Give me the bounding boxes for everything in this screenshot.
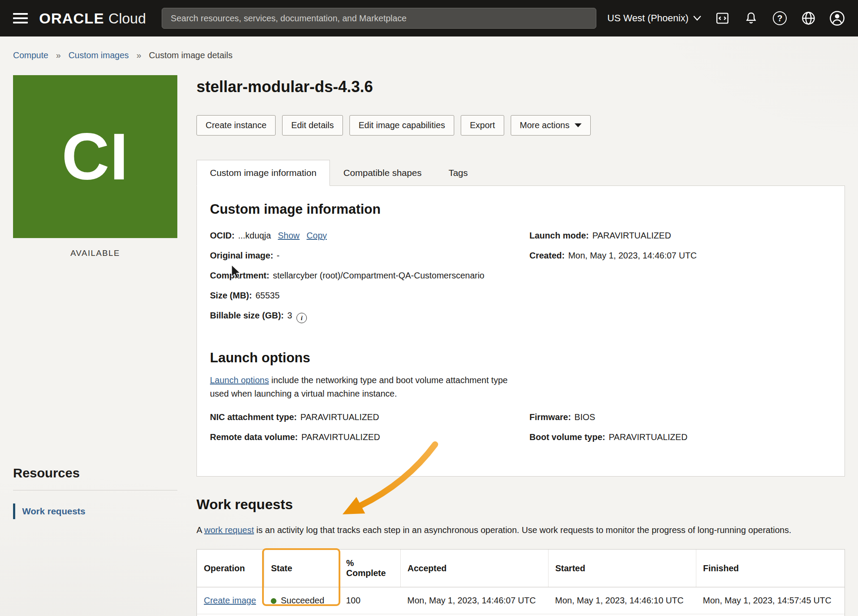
field-ocid: OCID:...kduqjaShowCopy	[210, 230, 512, 241]
nic-value: PARAVIRTUALIZED	[300, 412, 379, 422]
help-icon[interactable]: ?	[772, 10, 788, 26]
hamburger-menu-icon[interactable]	[13, 11, 30, 26]
chevron-down-icon	[693, 15, 702, 21]
status-badge: AVAILABLE	[13, 248, 177, 258]
oracle-cloud-logo[interactable]: ORACLE Cloud	[39, 10, 146, 27]
more-actions-button[interactable]: More actions	[511, 115, 591, 136]
work-requests-heading: Work requests	[196, 497, 845, 513]
field-boot-volume-type: Boot volume type:PARAVIRTUALIZED	[529, 432, 831, 442]
firmware-label: Firmware:	[529, 412, 571, 422]
compartment-value: stellarcyber (root)/Compartment-QA-Custo…	[273, 271, 485, 280]
edit-image-capabilities-button[interactable]: Edit image capabilities	[349, 115, 454, 136]
launch-mode-label: Launch mode:	[529, 231, 589, 240]
edit-details-button[interactable]: Edit details	[282, 115, 343, 136]
region-selector[interactable]: US West (Phoenix)	[607, 13, 702, 24]
column-header-started[interactable]: Started	[548, 550, 696, 587]
finished-cell: Mon, May 1, 2023, 14:57:45 UTC	[696, 587, 845, 614]
column-header-state[interactable]: State	[264, 550, 339, 587]
export-button[interactable]: Export	[461, 115, 504, 136]
remote-data-volume-value: PARAVIRTUALIZED	[301, 432, 380, 442]
table-footer: Showing 1 item 1 of 1	[197, 614, 845, 616]
breadcrumb-custom-images[interactable]: Custom images	[68, 50, 129, 60]
ocid-show-link[interactable]: Show	[278, 231, 299, 240]
billable-size-value: 3	[287, 311, 292, 320]
more-actions-label: More actions	[520, 120, 570, 130]
left-column: CI AVAILABLE Resources Work requests	[13, 75, 177, 519]
launch-options-link[interactable]: Launch options	[210, 375, 269, 385]
resources-heading: Resources	[13, 466, 177, 490]
column-header-complete[interactable]: % Complete	[339, 550, 400, 587]
field-original-image: Original image:-	[210, 250, 512, 261]
content-area: CI AVAILABLE Resources Work requests ste…	[0, 75, 858, 616]
tab-compatible-shapes[interactable]: Compatible shapes	[330, 160, 435, 186]
table-header-row: Operation State % Complete Accepted Star…	[197, 550, 845, 587]
launch-options-description: Launch options include the networking ty…	[210, 374, 520, 401]
started-cell: Mon, May 1, 2023, 14:46:10 UTC	[548, 587, 696, 614]
launch-options-fields: NIC attachment type:PARAVIRTUALIZED Remo…	[210, 412, 831, 452]
ocid-value: ...kduqja	[238, 231, 271, 240]
resources-panel: Resources Work requests	[13, 466, 177, 519]
chevron-down-icon	[575, 123, 582, 127]
tab-custom-image-information[interactable]: Custom image information	[196, 160, 330, 186]
brand-oracle-text: ORACLE	[39, 10, 104, 27]
field-created: Created:Mon, May 1, 2023, 14:46:07 UTC	[529, 250, 831, 261]
boot-volume-type-value: PARAVIRTUALIZED	[609, 432, 687, 442]
info-icon[interactable]: i	[296, 313, 307, 323]
sidebar-item-work-requests[interactable]: Work requests	[13, 503, 177, 519]
created-value: Mon, May 1, 2023, 14:46:07 UTC	[568, 251, 697, 260]
page-root: ORACLE Cloud US West (Phoenix)	[0, 0, 858, 616]
notifications-bell-icon[interactable]	[743, 10, 759, 26]
ocid-label: OCID:	[210, 231, 235, 240]
success-dot-icon	[271, 598, 276, 604]
field-compartment: Compartment:stellarcyber (root)/Compartm…	[210, 270, 512, 281]
tab-tags[interactable]: Tags	[435, 160, 481, 186]
field-firmware: Firmware:BIOS	[529, 412, 831, 422]
size-value: 65535	[256, 291, 280, 300]
custom-image-thumbnail: CI	[13, 75, 177, 238]
breadcrumb-compute[interactable]: Compute	[13, 50, 48, 60]
original-image-value: -	[277, 251, 280, 260]
breadcrumb-current: Custom image details	[149, 50, 233, 60]
boot-volume-type-label: Boot volume type:	[529, 432, 605, 442]
size-label: Size (MB):	[210, 291, 252, 300]
tab-bar: Custom image information Compatible shap…	[196, 160, 845, 186]
work-requests-table: Operation State % Complete Accepted Star…	[196, 549, 845, 616]
info-section-heading: Custom image information	[210, 202, 831, 217]
search-input[interactable]	[162, 8, 596, 29]
state-value: Succeeded	[281, 596, 324, 605]
topbar-actions: US West (Phoenix) ?	[607, 10, 845, 26]
main-column: stellar-modular-ds-4.3.6 Create instance…	[196, 75, 845, 616]
breadcrumb-separator: »	[56, 50, 61, 60]
firmware-value: BIOS	[575, 412, 595, 422]
field-size: Size (MB):65535	[210, 290, 512, 301]
complete-cell: 100	[339, 587, 400, 614]
field-billable-size: Billable size (GB):3i	[210, 310, 512, 323]
info-fields: OCID:...kduqjaShowCopy Original image:- …	[210, 230, 831, 333]
page-title: stellar-modular-ds-4.3.6	[196, 78, 845, 96]
ocid-copy-link[interactable]: Copy	[306, 231, 327, 240]
column-header-operation[interactable]: Operation	[197, 550, 264, 587]
accepted-cell: Mon, May 1, 2023, 14:46:07 UTC	[400, 587, 548, 614]
user-avatar-icon[interactable]	[829, 10, 845, 26]
create-instance-button[interactable]: Create instance	[196, 115, 276, 136]
work-request-link[interactable]: work request	[204, 525, 254, 535]
field-nic-attachment-type: NIC attachment type:PARAVIRTUALIZED	[210, 412, 512, 422]
field-remote-data-volume: Remote data volume:PARAVIRTUALIZED	[210, 432, 512, 442]
help-glyph: ?	[773, 11, 787, 25]
table-row: Create image Succeeded 100 Mon, May 1, 2…	[197, 587, 845, 614]
compartment-label: Compartment:	[210, 271, 269, 280]
action-buttons: Create instance Edit details Edit image …	[196, 115, 845, 136]
billable-size-label: Billable size (GB):	[210, 311, 284, 320]
column-header-accepted[interactable]: Accepted	[400, 550, 548, 587]
wr-desc-text: is an activity log that tracks each step…	[254, 525, 791, 535]
image-initials: CI	[62, 119, 129, 195]
created-label: Created:	[529, 251, 565, 260]
topbar: ORACLE Cloud US West (Phoenix)	[0, 0, 858, 36]
nic-label: NIC attachment type:	[210, 412, 297, 422]
create-image-link[interactable]: Create image	[204, 596, 256, 605]
developer-console-icon[interactable]	[715, 10, 730, 26]
language-globe-icon[interactable]	[801, 10, 816, 26]
column-header-finished[interactable]: Finished	[696, 550, 845, 587]
custom-image-information-panel: Custom image information OCID:...kduqjaS…	[196, 185, 845, 477]
launch-mode-value: PARAVIRTUALIZED	[592, 231, 671, 240]
